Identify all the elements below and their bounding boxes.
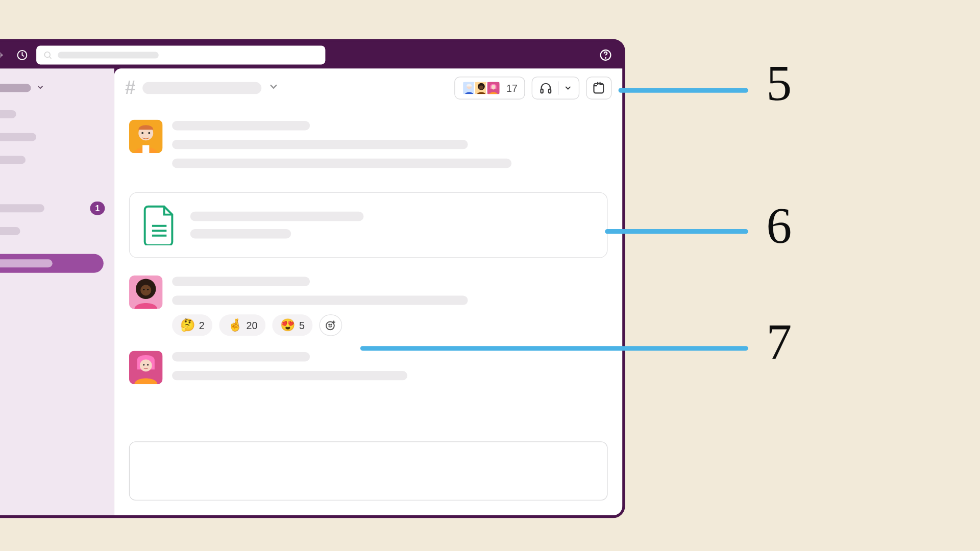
- message-body: [172, 350, 607, 384]
- avatar[interactable]: [129, 119, 163, 153]
- sidebar-item[interactable]: [0, 222, 114, 241]
- channel-pane: #: [114, 68, 623, 515]
- document-icon: [143, 205, 175, 245]
- canvas-icon: [592, 81, 605, 94]
- file-attachment[interactable]: [129, 192, 608, 258]
- message-body: [172, 119, 607, 177]
- history-button[interactable]: [15, 47, 30, 62]
- svg-rect-21: [142, 145, 149, 153]
- reaction-heart-eyes[interactable]: 😍5: [272, 314, 312, 336]
- svg-point-11: [479, 86, 483, 90]
- unread-badge: 1: [90, 202, 105, 215]
- svg-point-31: [329, 324, 330, 325]
- sidebar-item[interactable]: [0, 151, 114, 169]
- hash-icon: #: [125, 77, 136, 98]
- sidebar-item[interactable]: [0, 105, 114, 123]
- callout-number-6: 6: [766, 196, 792, 255]
- svg-point-27: [140, 285, 151, 295]
- svg-rect-15: [541, 89, 543, 93]
- slack-window: 1 #: [0, 39, 625, 518]
- chevron-down-icon: [36, 82, 44, 94]
- callout-line-7: [360, 346, 748, 350]
- callout-number-5: 5: [766, 54, 792, 112]
- svg-point-28: [143, 289, 144, 290]
- member-avatars: [462, 81, 501, 95]
- headphones-icon: [539, 81, 552, 94]
- search-input[interactable]: [36, 46, 325, 65]
- reactions-bar: 🤔2 🤞20 😍5: [172, 314, 607, 336]
- avatar[interactable]: [129, 276, 163, 309]
- callout-number-7: 7: [766, 312, 792, 371]
- callout-line-6: [605, 229, 748, 234]
- members-button[interactable]: 17: [455, 77, 525, 99]
- message-body: 🤔2 🤞20 😍5: [172, 276, 607, 336]
- svg-point-20: [148, 132, 150, 134]
- message-composer[interactable]: [129, 441, 608, 500]
- svg-point-6: [605, 58, 606, 58]
- svg-point-36: [140, 360, 152, 372]
- svg-point-14: [492, 85, 496, 89]
- add-reaction-icon: [325, 319, 337, 332]
- svg-line-4: [50, 57, 51, 59]
- message: [129, 119, 608, 177]
- svg-point-19: [141, 132, 143, 134]
- message: 🤔2 🤞20 😍5: [129, 276, 608, 336]
- avatar[interactable]: [129, 350, 163, 384]
- workspace-switcher[interactable]: [0, 82, 114, 105]
- member-count: 17: [506, 82, 518, 93]
- reaction-thinking[interactable]: 🤔2: [172, 314, 212, 336]
- svg-point-3: [44, 52, 50, 58]
- sidebar: 1: [0, 68, 114, 515]
- nav-forward-button[interactable]: [0, 47, 8, 62]
- channel-name[interactable]: [142, 82, 261, 94]
- chevron-down-icon: [564, 84, 572, 92]
- channel-header: #: [114, 68, 623, 107]
- sidebar-item[interactable]: [0, 128, 114, 146]
- svg-rect-16: [549, 89, 551, 93]
- sidebar-item-active[interactable]: [0, 254, 104, 273]
- titlebar: [0, 42, 622, 69]
- sidebar-item-unread[interactable]: 1: [0, 199, 114, 218]
- callout-line-5: [619, 88, 748, 93]
- chevron-down-icon[interactable]: [268, 81, 279, 94]
- svg-point-29: [147, 289, 149, 290]
- huddle-button[interactable]: [532, 77, 579, 99]
- message-list: 🤔2 🤞20 😍5: [114, 108, 623, 436]
- svg-point-30: [327, 321, 335, 330]
- add-reaction-button[interactable]: [320, 314, 342, 336]
- reaction-fingers-crossed[interactable]: 🤞20: [219, 314, 265, 336]
- search-placeholder: [58, 52, 159, 58]
- svg-point-32: [331, 324, 332, 325]
- canvas-button[interactable]: [586, 77, 611, 99]
- svg-point-38: [147, 364, 149, 365]
- help-button[interactable]: [598, 47, 613, 62]
- message: [129, 350, 608, 384]
- svg-point-37: [143, 364, 144, 365]
